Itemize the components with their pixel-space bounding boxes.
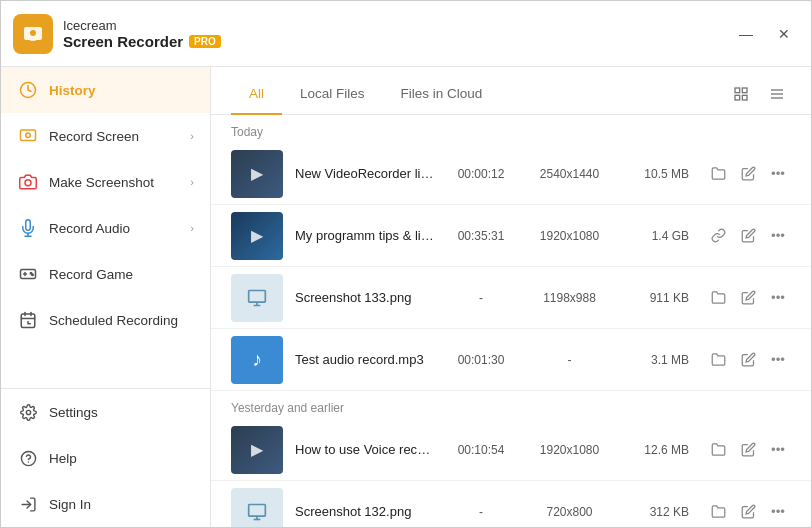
file-duration: - (447, 505, 515, 519)
sidebar-item-make-screenshot[interactable]: Make Screenshot › (1, 159, 210, 205)
folder-button[interactable] (705, 437, 731, 463)
help-icon (17, 447, 39, 469)
sidebar-label-help: Help (49, 451, 77, 466)
edit-button[interactable] (735, 161, 761, 187)
file-name: Test audio record.mp3 (295, 352, 435, 367)
sidebar-item-record-screen[interactable]: Record Screen › (1, 113, 210, 159)
tabs-bar: All Local Files Files in Cloud (211, 67, 811, 115)
app-name-bottom: Screen Recorder (63, 33, 183, 50)
folder-button[interactable] (705, 285, 731, 311)
screen-icon (17, 125, 39, 147)
file-actions: ••• (705, 223, 791, 249)
sidebar-item-record-game[interactable]: Record Game (1, 251, 210, 297)
file-resolution: 1920x1080 (527, 443, 612, 457)
tab-actions (727, 80, 791, 114)
content-area: All Local Files Files in Cloud (211, 67, 811, 527)
sidebar-label-record-audio: Record Audio (49, 221, 130, 236)
sidebar-label-record-screen: Record Screen (49, 129, 139, 144)
sidebar: History Record Screen › Make Screenshot … (1, 67, 211, 527)
file-resolution: - (527, 353, 612, 367)
title-bar: Icecream Screen Recorder PRO — ✕ (1, 1, 811, 67)
file-duration: 00:01:30 (447, 353, 515, 367)
file-name: How to use Voice recorder.mp4 (295, 442, 435, 457)
file-thumbnail: ♪ (231, 336, 283, 384)
svg-rect-4 (21, 130, 36, 141)
gear-icon (17, 401, 39, 423)
tab-local-files[interactable]: Local Files (282, 74, 383, 115)
chevron-icon: › (190, 222, 194, 234)
file-row[interactable]: ▶ How to use Voice recorder.mp4 00:10:54… (211, 419, 811, 481)
file-list: Today ▶ New VideoRecorder lifehacks.mp4 … (211, 115, 811, 527)
sidebar-item-help[interactable]: Help (1, 435, 210, 481)
folder-button[interactable] (705, 499, 731, 525)
main-layout: History Record Screen › Make Screenshot … (1, 67, 811, 527)
sidebar-item-settings[interactable]: Settings (1, 389, 210, 435)
sidebar-bottom: Settings Help (1, 388, 210, 527)
game-icon (17, 263, 39, 285)
file-actions: ••• (705, 161, 791, 187)
more-button[interactable]: ••• (765, 347, 791, 373)
sidebar-item-history[interactable]: History (1, 67, 210, 113)
sidebar-item-record-audio[interactable]: Record Audio › (1, 205, 210, 251)
file-row[interactable]: ▶ New VideoRecorder lifehacks.mp4 00:00:… (211, 143, 811, 205)
sidebar-label-history: History (49, 83, 96, 98)
more-button[interactable]: ••• (765, 161, 791, 187)
file-name: My programm tips & lifehacks.mp4 (295, 228, 435, 243)
list-view-button[interactable] (763, 80, 791, 108)
sidebar-item-sign-in[interactable]: Sign In (1, 481, 210, 527)
file-size: 12.6 MB (624, 443, 689, 457)
sidebar-label-settings: Settings (49, 405, 98, 420)
section-yesterday: Yesterday and earlier (211, 391, 811, 419)
svg-point-1 (30, 30, 36, 36)
file-size: 911 KB (624, 291, 689, 305)
link-button[interactable] (705, 223, 731, 249)
sidebar-item-scheduled-recording[interactable]: Scheduled Recording (1, 297, 210, 343)
file-thumbnail: ▶ (231, 150, 283, 198)
signin-icon (17, 493, 39, 515)
svg-rect-24 (742, 95, 747, 100)
file-actions: ••• (705, 499, 791, 525)
tab-files-in-cloud[interactable]: Files in Cloud (383, 74, 501, 115)
app-name-top: Icecream (63, 18, 221, 33)
file-row[interactable]: Screenshot 132.png - 720x800 312 KB (211, 481, 811, 527)
app-branding: Icecream Screen Recorder PRO (13, 14, 221, 54)
file-row[interactable]: ▶ My programm tips & lifehacks.mp4 00:35… (211, 205, 811, 267)
edit-button[interactable] (735, 223, 761, 249)
tab-all[interactable]: All (231, 74, 282, 115)
play-icon: ▶ (251, 440, 263, 459)
file-actions: ••• (705, 437, 791, 463)
edit-button[interactable] (735, 285, 761, 311)
file-actions: ••• (705, 347, 791, 373)
file-actions: ••• (705, 285, 791, 311)
window-controls: — ✕ (731, 23, 799, 45)
svg-point-5 (26, 133, 31, 138)
edit-button[interactable] (735, 437, 761, 463)
file-row[interactable]: ♪ Test audio record.mp3 00:01:30 - 3.1 M… (211, 329, 811, 391)
more-button[interactable]: ••• (765, 223, 791, 249)
grid-view-button[interactable] (727, 80, 755, 108)
folder-button[interactable] (705, 161, 731, 187)
file-duration: - (447, 291, 515, 305)
more-button[interactable]: ••• (765, 499, 791, 525)
file-resolution: 2540x1440 (527, 167, 612, 181)
sidebar-label-signin: Sign In (49, 497, 91, 512)
file-size: 1.4 GB (624, 229, 689, 243)
camera-icon (17, 171, 39, 193)
file-thumbnail (231, 274, 283, 322)
section-today: Today (211, 115, 811, 143)
mic-icon (17, 217, 39, 239)
more-button[interactable]: ••• (765, 285, 791, 311)
file-size: 3.1 MB (624, 353, 689, 367)
svg-point-18 (26, 410, 30, 414)
app-title: Icecream Screen Recorder PRO (63, 18, 221, 50)
folder-button[interactable] (705, 347, 731, 373)
minimize-button[interactable]: — (731, 23, 761, 45)
file-row[interactable]: Screenshot 133.png - 1198x988 911 KB (211, 267, 811, 329)
file-name: New VideoRecorder lifehacks.mp4 (295, 166, 435, 181)
more-button[interactable]: ••• (765, 437, 791, 463)
close-button[interactable]: ✕ (769, 23, 799, 45)
edit-button[interactable] (735, 499, 761, 525)
file-name: Screenshot 132.png (295, 504, 435, 519)
sidebar-label-scheduled: Scheduled Recording (49, 313, 178, 328)
edit-button[interactable] (735, 347, 761, 373)
